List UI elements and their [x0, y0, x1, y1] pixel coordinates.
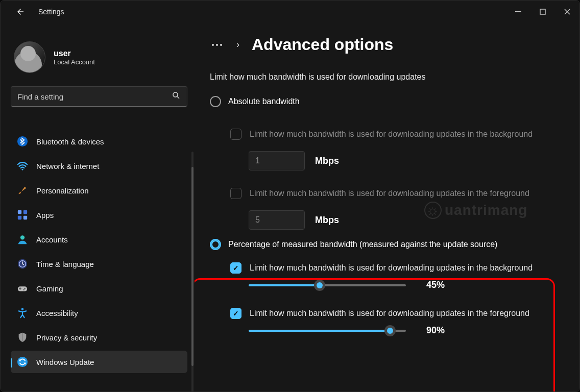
pct-foreground-slider[interactable] [249, 326, 406, 336]
sidebar-item-personalization[interactable]: Personalization [11, 179, 187, 202]
sidebar-item-bluetooth[interactable]: Bluetooth & devices [11, 130, 187, 153]
sidebar-item-label: Accessibility [36, 309, 78, 317]
radio-label: Absolute bandwidth [228, 97, 300, 106]
abs-foreground-option: Limit how much bandwidth is used for dow… [210, 188, 570, 199]
mbps-label: Mbps [315, 215, 339, 226]
svg-point-4 [22, 169, 23, 170]
svg-rect-0 [515, 11, 521, 12]
breadcrumb-overflow-icon[interactable] [210, 42, 224, 48]
search-icon[interactable] [170, 89, 183, 104]
radio-icon[interactable] [210, 239, 221, 250]
profile-block[interactable]: user Local Account [11, 30, 189, 86]
pct-background-option[interactable]: ✓ Limit how much bandwidth is used for d… [210, 262, 570, 274]
abs-background-input: 1 [249, 151, 305, 170]
bluetooth-icon [17, 136, 28, 147]
svg-point-16 [17, 357, 28, 367]
sidebar-item-time[interactable]: Time & language [11, 253, 187, 275]
page-title: Advanced options [252, 35, 393, 54]
shield-icon [17, 332, 28, 343]
checkbox-abs-foreground [230, 188, 241, 199]
sidebar-item-accessibility[interactable]: Accessibility [11, 302, 187, 324]
sidebar-item-label: Windows Update [36, 358, 94, 366]
pct-background-label: Limit how much bandwidth is used for dow… [250, 263, 533, 273]
back-arrow-icon[interactable] [15, 6, 26, 17]
maximize-button[interactable] [530, 1, 555, 23]
checkbox-pct-foreground[interactable]: ✓ [230, 308, 241, 319]
sidebar-item-label: Network & internet [36, 162, 99, 170]
titlebar: Settings [1, 1, 579, 23]
radio-label: Percentage of measured bandwidth (measur… [228, 240, 497, 249]
sidebar-item-privacy[interactable]: Privacy & security [11, 326, 187, 349]
sidebar-item-label: Time & language [36, 260, 94, 268]
abs-foreground-label: Limit how much bandwidth is used for dow… [250, 189, 529, 198]
pct-background-slider[interactable] [249, 280, 406, 290]
sidebar-item-label: Accounts [36, 235, 68, 244]
sidebar-item-label: Apps [36, 211, 54, 219]
svg-point-2 [173, 92, 178, 97]
pct-foreground-option[interactable]: ✓ Limit how much bandwidth is used for d… [210, 308, 570, 319]
section-description: Limit how much bandwidth is used for dow… [210, 72, 570, 82]
abs-background-value-row: 1 Mbps [210, 151, 570, 170]
sidebar-item-gaming[interactable]: Gaming [11, 277, 187, 300]
nav-list: Bluetooth & devices Network & internet P… [11, 112, 187, 375]
sidebar-item-label: Personalization [36, 186, 89, 195]
close-button[interactable] [555, 1, 579, 23]
abs-foreground-input: 5 [249, 210, 305, 230]
svg-point-15 [21, 308, 24, 310]
radio-percentage-bandwidth[interactable]: Percentage of measured bandwidth (measur… [210, 239, 570, 250]
person-icon [17, 234, 28, 245]
pct-background-value: 45% [426, 280, 445, 290]
pct-foreground-label: Limit how much bandwidth is used for dow… [250, 309, 529, 318]
apps-icon [17, 209, 28, 220]
sidebar-item-accounts[interactable]: Accounts [11, 228, 187, 251]
svg-point-13 [24, 288, 26, 289]
main-content: › Advanced options Limit how much bandwi… [195, 23, 579, 391]
radio-icon[interactable] [210, 96, 221, 107]
sidebar-scrollbar[interactable] [191, 152, 194, 391]
sidebar-item-apps[interactable]: Apps [11, 204, 187, 226]
abs-foreground-value-row: 5 Mbps [210, 210, 570, 230]
avatar [14, 41, 45, 73]
pct-background-slider-row: 45% [210, 280, 570, 290]
user-name: user [54, 49, 95, 58]
checkbox-pct-background[interactable]: ✓ [230, 262, 241, 274]
search-input[interactable] [17, 92, 170, 101]
wifi-icon [17, 160, 28, 172]
pct-foreground-value: 90% [426, 325, 445, 336]
clock-globe-icon [17, 258, 28, 270]
checkbox-abs-background [230, 129, 241, 140]
sidebar-item-label: Privacy & security [36, 333, 97, 342]
abs-background-option: Limit how much bandwidth is used for dow… [210, 129, 570, 140]
svg-rect-5 [18, 210, 21, 214]
sidebar-item-windows-update[interactable]: Windows Update [11, 351, 187, 373]
svg-rect-8 [23, 216, 27, 219]
minimize-button[interactable] [506, 1, 530, 23]
gamepad-icon [17, 283, 28, 294]
sidebar-item-label: Bluetooth & devices [36, 137, 104, 146]
svg-point-14 [23, 289, 25, 290]
sidebar: user Local Account Bluetooth & devices [1, 23, 195, 391]
svg-rect-1 [540, 9, 545, 14]
accessibility-icon [17, 307, 28, 318]
update-icon [17, 356, 28, 368]
sidebar-item-network[interactable]: Network & internet [11, 155, 187, 177]
paintbrush-icon [17, 185, 28, 196]
abs-background-label: Limit how much bandwidth is used for dow… [250, 130, 533, 139]
pct-foreground-slider-row: 90% [210, 325, 570, 336]
search-box[interactable] [11, 86, 187, 107]
window-title: Settings [38, 8, 64, 16]
svg-rect-6 [23, 210, 27, 214]
svg-point-9 [20, 235, 25, 239]
active-nav-indicator [11, 358, 12, 368]
user-subtitle: Local Account [54, 58, 95, 66]
svg-rect-7 [18, 216, 21, 219]
radio-absolute-bandwidth[interactable]: Absolute bandwidth [210, 96, 570, 107]
mbps-label: Mbps [315, 156, 339, 166]
sidebar-item-label: Gaming [36, 284, 63, 293]
chevron-right-icon: › [236, 39, 239, 50]
